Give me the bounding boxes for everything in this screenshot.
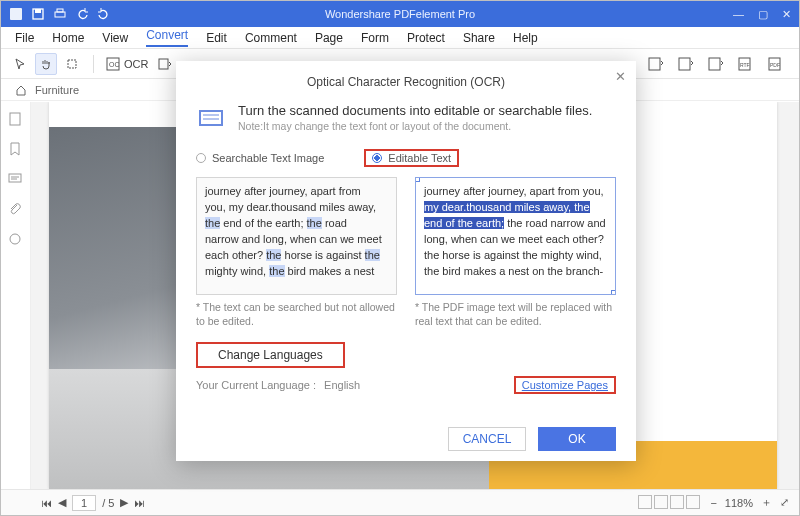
- to-rtf-icon[interactable]: RTF: [735, 53, 757, 75]
- chat-icon[interactable]: [8, 232, 24, 248]
- menu-convert[interactable]: Convert: [146, 28, 188, 47]
- dialog-close-icon[interactable]: ✕: [615, 69, 626, 84]
- svg-rect-4: [57, 9, 63, 12]
- ocr-button[interactable]: OCR OCR: [100, 55, 154, 73]
- current-language-value: English: [324, 379, 360, 391]
- zoom-in-icon[interactable]: ＋: [761, 495, 772, 510]
- close-icon[interactable]: ✕: [782, 8, 791, 21]
- bookmarks-icon[interactable]: [8, 142, 24, 158]
- attachments-icon[interactable]: [8, 202, 24, 218]
- cancel-button[interactable]: CANCEL: [448, 427, 526, 451]
- prev-page-icon[interactable]: ◀: [58, 496, 66, 509]
- menu-file[interactable]: File: [15, 31, 34, 45]
- dialog-title: Optical Character Recognition (OCR): [196, 75, 616, 89]
- redo-icon[interactable]: [97, 7, 111, 21]
- preview-editable: journey after journey, apart from you, m…: [415, 177, 616, 328]
- convert-dropdown[interactable]: [154, 53, 176, 75]
- radio-icon: [196, 153, 206, 163]
- radio-label: Searchable Text Image: [212, 152, 324, 164]
- home-icon[interactable]: [15, 84, 27, 96]
- preview-caption: * The PDF image text will be replaced wi…: [415, 301, 616, 328]
- print-icon[interactable]: [53, 7, 67, 21]
- thumbnails-icon[interactable]: [8, 112, 24, 128]
- svg-rect-17: [9, 174, 21, 182]
- select-tool[interactable]: [61, 53, 83, 75]
- zoom-out-icon[interactable]: −: [710, 497, 716, 509]
- titlebar: Wondershare PDFelement Pro — ▢ ✕: [1, 1, 799, 27]
- last-page-icon[interactable]: ⏭: [134, 497, 145, 509]
- menu-page[interactable]: Page: [315, 31, 343, 45]
- svg-rect-0: [10, 8, 22, 20]
- radio-icon: [372, 153, 382, 163]
- maximize-icon[interactable]: ▢: [758, 8, 768, 21]
- statusbar: ⏮ ◀ 1 / 5 ▶ ⏭ − 118% ＋ ⤢: [1, 489, 799, 515]
- view-modes[interactable]: [638, 495, 702, 511]
- preview-caption: * The text can be searched but not allow…: [196, 301, 397, 328]
- ocr-icon: OCR: [106, 57, 120, 71]
- current-language-label: Your Current Language :: [196, 379, 316, 391]
- undo-icon[interactable]: [75, 7, 89, 21]
- menu-protect[interactable]: Protect: [407, 31, 445, 45]
- svg-text:PDF: PDF: [770, 62, 780, 68]
- app-icon: [9, 7, 23, 21]
- comments-icon[interactable]: [8, 172, 24, 188]
- menu-edit[interactable]: Edit: [206, 31, 227, 45]
- ocr-label: OCR: [124, 58, 148, 70]
- minimize-icon[interactable]: —: [733, 8, 744, 21]
- svg-text:OCR: OCR: [109, 61, 120, 68]
- next-page-icon[interactable]: ▶: [120, 496, 128, 509]
- svg-rect-5: [68, 60, 76, 68]
- left-sidebar: [1, 102, 31, 489]
- app-title: Wondershare PDFelement Pro: [325, 8, 475, 20]
- to-word-icon[interactable]: [645, 53, 667, 75]
- radio-searchable[interactable]: Searchable Text Image: [196, 149, 324, 167]
- svg-rect-2: [35, 9, 41, 13]
- ocr-dialog: Optical Character Recognition (OCR) ✕ Tu…: [176, 61, 636, 461]
- svg-rect-8: [159, 59, 168, 69]
- to-pdf-icon[interactable]: PDF: [765, 53, 787, 75]
- dialog-heading: Turn the scanned documents into editable…: [238, 103, 592, 118]
- first-page-icon[interactable]: ⏮: [41, 497, 52, 509]
- breadcrumb-item[interactable]: Furniture: [35, 84, 79, 96]
- to-excel-icon[interactable]: [675, 53, 697, 75]
- change-languages-button[interactable]: Change Languages: [196, 342, 345, 368]
- svg-rect-10: [679, 58, 690, 70]
- svg-point-20: [10, 234, 20, 244]
- page-total: / 5: [102, 497, 114, 509]
- menu-form[interactable]: Form: [361, 31, 389, 45]
- customize-pages-link[interactable]: Customize Pages: [514, 376, 616, 394]
- svg-rect-21: [200, 111, 222, 125]
- menu-view[interactable]: View: [102, 31, 128, 45]
- svg-rect-16: [10, 113, 20, 125]
- menubar: File Home View Convert Edit Comment Page…: [1, 27, 799, 49]
- cursor-tool[interactable]: [9, 53, 31, 75]
- menu-share[interactable]: Share: [463, 31, 495, 45]
- ok-button[interactable]: OK: [538, 427, 616, 451]
- svg-text:RTF: RTF: [740, 62, 750, 68]
- menu-home[interactable]: Home: [52, 31, 84, 45]
- svg-rect-11: [709, 58, 720, 70]
- hand-tool[interactable]: [35, 53, 57, 75]
- fit-icon[interactable]: ⤢: [780, 496, 789, 509]
- menu-comment[interactable]: Comment: [245, 31, 297, 45]
- svg-rect-3: [55, 12, 65, 17]
- page-input[interactable]: 1: [72, 495, 96, 511]
- svg-rect-9: [649, 58, 660, 70]
- dialog-note: Note:It may change the text font or layo…: [238, 120, 592, 132]
- preview-searchable: journey after journey, apart from you, m…: [196, 177, 397, 328]
- radio-editable[interactable]: Editable Text: [364, 149, 459, 167]
- menu-help[interactable]: Help: [513, 31, 538, 45]
- zoom-value: 118%: [725, 497, 753, 509]
- to-ppt-icon[interactable]: [705, 53, 727, 75]
- scanner-icon: [196, 103, 226, 133]
- save-icon[interactable]: [31, 7, 45, 21]
- radio-label: Editable Text: [388, 152, 451, 164]
